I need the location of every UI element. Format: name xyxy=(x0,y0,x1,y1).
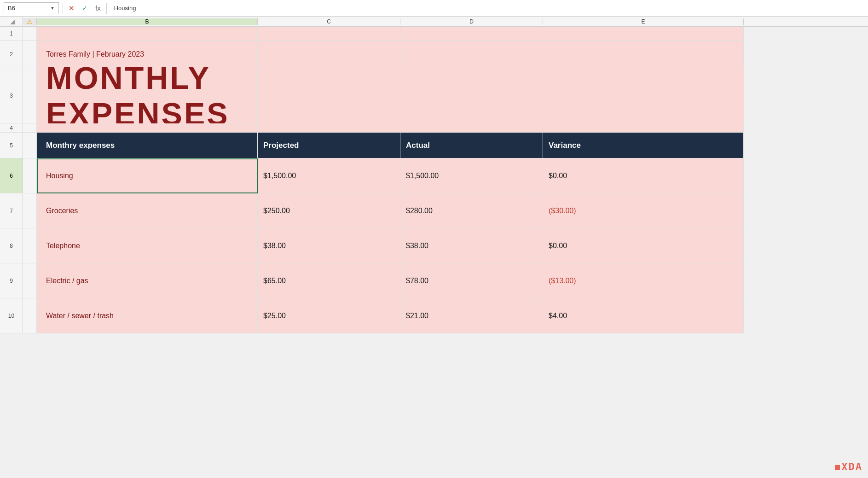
cell-d5[interactable]: Actual xyxy=(400,133,543,158)
cell-e3[interactable] xyxy=(543,68,744,123)
cell-a7[interactable] xyxy=(23,193,37,228)
corner-cell xyxy=(0,17,23,27)
formula-input[interactable]: Housing xyxy=(110,5,864,12)
row-num-3[interactable]: 3 xyxy=(0,68,23,123)
confirm-formula-icon[interactable]: ✓ xyxy=(80,3,90,13)
cell-e7[interactable]: ($30.00) xyxy=(543,193,744,228)
cell-a8[interactable] xyxy=(23,228,37,263)
header-variance: Variance xyxy=(549,141,581,150)
label-groceries: Groceries xyxy=(46,207,78,215)
cell-d4[interactable] xyxy=(400,123,543,133)
cell-c5[interactable]: Projected xyxy=(258,133,400,158)
cell-d8[interactable]: $38.00 xyxy=(400,228,543,263)
row-3: 3 MONTHLY EXPENSES xyxy=(0,68,868,123)
row-9-cells: Electric / gas $65.00 $78.00 ($13.00) xyxy=(23,263,868,298)
fx-icon[interactable]: fx xyxy=(93,3,103,13)
row-num-5[interactable]: 5 xyxy=(0,133,23,158)
cell-e4[interactable] xyxy=(543,123,744,133)
cell-c1[interactable] xyxy=(258,27,400,41)
cell-e6[interactable]: $0.00 xyxy=(543,158,744,193)
label-electric-gas: Electric / gas xyxy=(46,277,88,285)
cell-e5[interactable]: Variance xyxy=(543,133,744,158)
variance-housing: $0.00 xyxy=(549,172,567,180)
actual-housing: $1,500.00 xyxy=(406,172,439,180)
actual-electric: $78.00 xyxy=(406,277,428,285)
col-header-a[interactable]: ⚠ xyxy=(23,18,37,25)
cell-d9[interactable]: $78.00 xyxy=(400,263,543,298)
cell-c7[interactable]: $250.00 xyxy=(258,193,400,228)
row-8: 8 Telephone $38.00 $38.00 $0.00 xyxy=(0,228,868,263)
row-7: 7 Groceries $250.00 $280.00 ($30.00) xyxy=(0,193,868,228)
formula-divider xyxy=(63,3,63,14)
cell-c10[interactable]: $25.00 xyxy=(258,298,400,333)
row-num-4[interactable]: 4 xyxy=(0,123,23,133)
cell-e10[interactable]: $4.00 xyxy=(543,298,744,333)
row-num-9[interactable]: 9 xyxy=(0,263,23,298)
cell-e1[interactable] xyxy=(543,27,744,41)
variance-groceries: ($30.00) xyxy=(549,207,576,215)
corner-triangle xyxy=(10,20,15,24)
row-6: 6 Housing $1,500.00 $1,500.00 $0.00 xyxy=(0,158,868,193)
actual-groceries: $280.00 xyxy=(406,207,433,215)
cell-c2[interactable] xyxy=(258,41,400,68)
col-header-d[interactable]: D xyxy=(400,18,543,25)
cell-ref-dropdown-icon[interactable]: ▼ xyxy=(50,6,55,11)
cell-a2[interactable] xyxy=(23,41,37,68)
cell-a3[interactable] xyxy=(23,68,37,123)
cell-d1[interactable] xyxy=(400,27,543,41)
cell-e2[interactable] xyxy=(543,41,744,68)
row-8-cells: Telephone $38.00 $38.00 $0.00 xyxy=(23,228,868,263)
cell-d10[interactable]: $21.00 xyxy=(400,298,543,333)
cell-b7[interactable]: Groceries xyxy=(37,193,258,228)
col-header-c[interactable]: C xyxy=(258,18,400,25)
row-num-10[interactable]: 10 xyxy=(0,298,23,333)
cell-b5[interactable]: Monthry expenses xyxy=(37,133,258,158)
cell-d7[interactable]: $280.00 xyxy=(400,193,543,228)
cell-a5[interactable] xyxy=(23,133,37,158)
cell-reference-box[interactable]: B6 ▼ xyxy=(4,2,59,14)
cell-c3[interactable] xyxy=(258,68,400,123)
row-10: 10 Water / sewer / trash $25.00 $21.00 $… xyxy=(0,298,868,333)
cell-a1[interactable] xyxy=(23,27,37,41)
col-header-e[interactable]: E xyxy=(543,18,744,25)
cell-e8[interactable]: $0.00 xyxy=(543,228,744,263)
cell-b1[interactable] xyxy=(37,27,258,41)
cell-c8[interactable]: $38.00 xyxy=(258,228,400,263)
row-num-8[interactable]: 8 xyxy=(0,228,23,263)
main-title: MONTHLY EXPENSES xyxy=(46,60,252,132)
row-7-cells: Groceries $250.00 $280.00 ($30.00) xyxy=(23,193,868,228)
warning-icon: ⚠ xyxy=(27,18,33,25)
cell-b6[interactable]: Housing xyxy=(37,158,258,193)
row-num-1[interactable]: 1 xyxy=(0,27,23,41)
cancel-formula-icon[interactable]: ✕ xyxy=(67,3,76,13)
cell-d6[interactable]: $1,500.00 xyxy=(400,158,543,193)
header-actual: Actual xyxy=(406,141,430,150)
row-num-6[interactable]: 6 xyxy=(0,158,23,193)
projected-water: $25.00 xyxy=(263,312,286,320)
variance-water: $4.00 xyxy=(549,312,567,320)
cell-e9[interactable]: ($13.00) xyxy=(543,263,744,298)
projected-electric: $65.00 xyxy=(263,277,286,285)
row-4: 4 xyxy=(0,123,868,133)
row-1: 1 xyxy=(0,27,868,41)
cell-d2[interactable] xyxy=(400,41,543,68)
cell-a4[interactable] xyxy=(23,123,37,133)
cell-b9[interactable]: Electric / gas xyxy=(37,263,258,298)
label-water: Water / sewer / trash xyxy=(46,312,114,320)
col-header-b[interactable]: B xyxy=(37,18,258,25)
cell-b4[interactable] xyxy=(37,123,258,133)
column-headers-row: ⚠ B C D E xyxy=(0,17,868,27)
cell-b3[interactable]: MONTHLY EXPENSES xyxy=(37,68,258,123)
cell-b8[interactable]: Telephone xyxy=(37,228,258,263)
cell-a10[interactable] xyxy=(23,298,37,333)
row-5: 5 Monthry expenses Projected Actual Vari… xyxy=(0,133,868,158)
cell-b10[interactable]: Water / sewer / trash xyxy=(37,298,258,333)
cell-d3[interactable] xyxy=(400,68,543,123)
cell-c9[interactable]: $65.00 xyxy=(258,263,400,298)
row-num-2[interactable]: 2 xyxy=(0,41,23,68)
cell-a6[interactable] xyxy=(23,158,37,193)
row-num-7[interactable]: 7 xyxy=(0,193,23,228)
cell-a9[interactable] xyxy=(23,263,37,298)
cell-c6[interactable]: $1,500.00 xyxy=(258,158,400,193)
cell-c4[interactable] xyxy=(258,123,400,133)
